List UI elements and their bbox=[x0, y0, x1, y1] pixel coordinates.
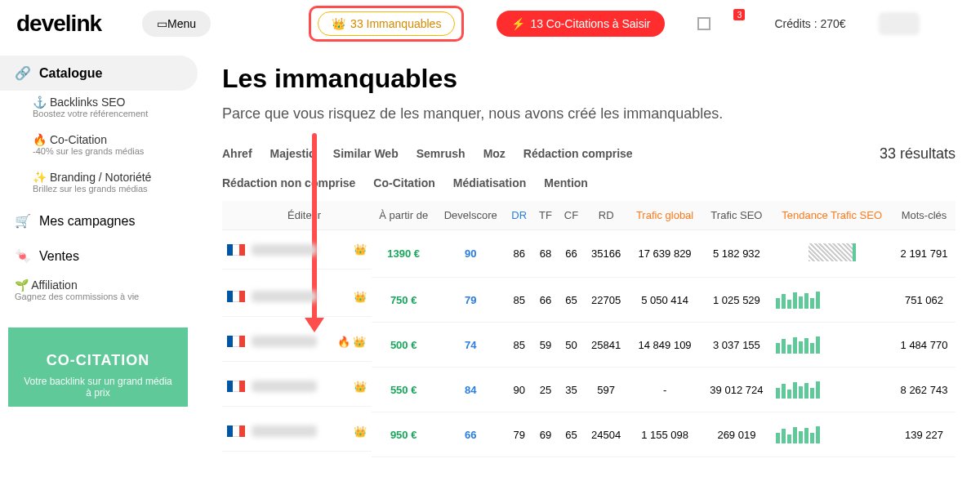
cell-cf: 68 bbox=[533, 230, 559, 278]
cell-rd2: 22705 bbox=[585, 278, 628, 323]
sidebar-item-label: Mes campagnes bbox=[39, 214, 135, 229]
cell-traffic-global: 5 050 414 bbox=[628, 278, 702, 323]
promo-title: CO-CITATION bbox=[23, 352, 173, 369]
filter-item[interactable]: Majestic bbox=[270, 144, 315, 163]
cell-price: 1390 € bbox=[372, 230, 436, 278]
sidebar-item-label: Catalogue bbox=[39, 66, 102, 81]
col-keywords[interactable]: Mots-clés bbox=[893, 201, 956, 230]
sales-icon: 🍬 bbox=[15, 248, 31, 264]
immanquables-button[interactable]: 👑 33 Immanquables bbox=[318, 11, 455, 36]
sidebar-sub-cocitation[interactable]: 🔥 Co-Citation -40% sur les grands médias bbox=[0, 128, 198, 166]
cell-trend bbox=[771, 412, 893, 457]
cell-rd: 65 bbox=[558, 278, 584, 323]
page-subtitle: Parce que vous risquez de les manquer, n… bbox=[222, 105, 956, 122]
filter-item[interactable]: Similar Web bbox=[333, 144, 399, 163]
filter-item[interactable]: Rédaction non comprise bbox=[222, 173, 355, 193]
row-badges: 👑 bbox=[354, 291, 367, 303]
col-from[interactable]: À partir de bbox=[372, 201, 436, 230]
filter-row: Ahref Majestic Similar Web Semrush Moz R… bbox=[222, 144, 956, 193]
cell-traffic-seo: 1 025 529 bbox=[702, 278, 771, 323]
cell-develscore: 74 bbox=[436, 323, 506, 368]
cell-traffic-global: 14 849 109 bbox=[628, 323, 702, 368]
cell-keywords: 751 062 bbox=[893, 278, 956, 323]
sidebar-sub-branding[interactable]: ✨ Branding / Notoriété Brillez sur les g… bbox=[0, 166, 198, 203]
cell-traffic-seo: 5 182 932 bbox=[702, 230, 771, 278]
cell-rd2: 597 bbox=[585, 368, 628, 412]
filter-item[interactable]: Semrush bbox=[416, 144, 466, 163]
sidebar-item-affiliation[interactable]: 🌱 Affiliation Gagnez des commissions à v… bbox=[0, 274, 198, 311]
cell-cf: 66 bbox=[533, 278, 559, 323]
sidebar-item-label: Ventes bbox=[39, 249, 79, 264]
col-traffic-seo[interactable]: Trafic SEO bbox=[702, 201, 771, 230]
row-badges: 👑 bbox=[354, 425, 367, 438]
col-dr[interactable]: DR bbox=[506, 201, 533, 230]
table-row[interactable]: 👑550 €84902535597-39 012 7248 262 743 bbox=[222, 368, 956, 412]
flag-fr-icon bbox=[227, 244, 245, 256]
cell-rd2: 35166 bbox=[585, 230, 628, 278]
cocitations-button[interactable]: ⚡ 13 Co-Citations à Saisir bbox=[497, 11, 665, 37]
flag-fr-icon bbox=[227, 291, 245, 302]
cell-keywords: 139 227 bbox=[893, 412, 956, 457]
col-editor[interactable]: Éditeur bbox=[222, 201, 372, 230]
col-tf[interactable]: TF bbox=[533, 201, 559, 230]
cell-trend bbox=[771, 323, 893, 368]
cell-price: 950 € bbox=[372, 412, 436, 457]
avatar[interactable] bbox=[879, 12, 920, 35]
cell-tf: 86 bbox=[506, 230, 533, 278]
editor-name-blurred bbox=[252, 381, 317, 392]
cell-rd: 50 bbox=[558, 323, 584, 368]
flag-fr-icon bbox=[227, 425, 245, 437]
sidebar-item-catalogue[interactable]: 🔗 Catalogue bbox=[0, 56, 198, 91]
row-badges: 👑 bbox=[354, 243, 367, 256]
promo-text: Votre backlink sur un grand média à prix bbox=[23, 376, 173, 399]
credits-label: Crédits : 270€ bbox=[774, 17, 845, 30]
editor-name-blurred bbox=[252, 291, 317, 302]
sidebar-item-ventes[interactable]: 🍬 Ventes bbox=[0, 238, 198, 274]
square-icon[interactable] bbox=[697, 17, 710, 30]
cell-rd: 35 bbox=[558, 368, 584, 412]
filter-item[interactable]: Médiatisation bbox=[453, 173, 526, 193]
cell-develscore: 79 bbox=[436, 278, 506, 323]
cell-trend bbox=[771, 230, 893, 278]
cell-trend bbox=[771, 278, 893, 323]
notifications-icon[interactable]: 3 bbox=[727, 16, 742, 32]
cell-rd2: 24504 bbox=[585, 412, 628, 457]
sidebar-item-campagnes[interactable]: 🛒 Mes campagnes bbox=[0, 203, 198, 238]
cell-cf: 25 bbox=[533, 368, 559, 412]
col-develscore[interactable]: Develscore bbox=[436, 201, 506, 230]
cell-price: 550 € bbox=[372, 368, 436, 412]
link-icon: 🔗 bbox=[15, 65, 31, 81]
col-rd[interactable]: RD bbox=[585, 201, 628, 230]
table-row[interactable]: 👑750 €79856665227055 050 4141 025 529751… bbox=[222, 278, 956, 323]
col-cf[interactable]: CF bbox=[558, 201, 584, 230]
sidebar-sub-backlinks[interactable]: ⚓ Backlinks SEO Boostez votre référencem… bbox=[0, 91, 198, 128]
table-row[interactable]: 👑1390 €908668663516617 639 8295 182 9322… bbox=[222, 230, 956, 278]
cell-rd2: 25841 bbox=[585, 323, 628, 368]
cell-keywords: 2 191 791 bbox=[893, 230, 956, 278]
col-traffic-global[interactable]: Trafic global bbox=[628, 201, 702, 230]
cell-traffic-seo: 39 012 724 bbox=[702, 368, 771, 412]
flag-fr-icon bbox=[227, 381, 245, 392]
cell-tf: 85 bbox=[506, 323, 533, 368]
cell-develscore: 84 bbox=[436, 368, 506, 412]
filter-item[interactable]: Co-Citation bbox=[373, 173, 434, 193]
editor-name-blurred bbox=[252, 425, 317, 437]
menu-button[interactable]: ▭Menu bbox=[142, 11, 211, 37]
cell-tf: 90 bbox=[506, 368, 533, 412]
col-trend[interactable]: Tendance Trafic SEO bbox=[771, 201, 893, 230]
row-badges: 👑 bbox=[354, 381, 367, 393]
cell-rd: 66 bbox=[558, 230, 584, 278]
table-row[interactable]: 🔥 👑500 €748559502584114 849 1093 037 155… bbox=[222, 323, 956, 368]
editor-name-blurred bbox=[252, 244, 317, 256]
cell-keywords: 1 484 770 bbox=[893, 323, 956, 368]
filter-item[interactable]: Ahref bbox=[222, 144, 252, 163]
filter-item[interactable]: Rédaction comprise bbox=[523, 144, 633, 163]
table-row[interactable]: 👑950 €66796965245041 155 098269 019139 2… bbox=[222, 412, 956, 457]
promo-banner[interactable]: CO-CITATION Votre backlink sur un grand … bbox=[8, 327, 188, 407]
filter-item[interactable]: Mention bbox=[544, 173, 588, 193]
results-count: 33 résultats bbox=[880, 145, 956, 163]
cell-tf: 85 bbox=[506, 278, 533, 323]
cell-cf: 59 bbox=[533, 323, 559, 368]
filter-item[interactable]: Moz bbox=[483, 144, 506, 163]
cell-traffic-global: 17 639 829 bbox=[628, 230, 702, 278]
